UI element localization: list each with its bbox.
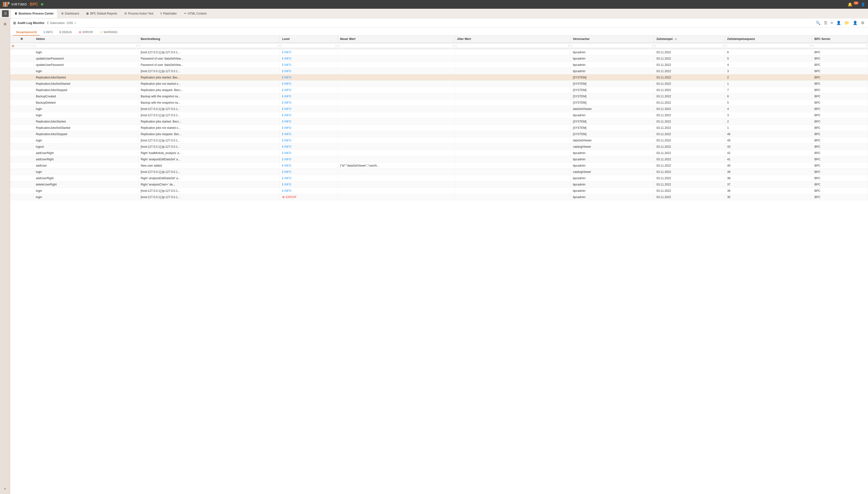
row-cell-seq: 7 — [724, 87, 812, 93]
user-menu-button[interactable]: 👤 — [852, 20, 858, 26]
col-header-beschreibung[interactable]: Beschreibung — [138, 36, 280, 43]
filter-cell-alter-wert[interactable] — [455, 43, 570, 49]
filter-cell-beschreibung[interactable] — [138, 43, 280, 49]
table-row[interactable]: login [host:127.0.0.1] [ip:127.0.0.1... … — [10, 106, 868, 112]
row-cell-alter-wert — [455, 182, 570, 188]
table-row[interactable]: login [host:127.0.0.1] [ip:127.0.0.1... … — [10, 137, 868, 144]
tab-dashboard-icon: ⊞ — [61, 12, 63, 15]
table-row[interactable]: ReplicationJobsStarted Replication jobs … — [10, 118, 868, 125]
row-cell-verursacher: bpcadmin — [570, 163, 654, 169]
notifications-icon[interactable]: 🔔 — [848, 2, 852, 7]
table-row[interactable]: login [host:127.0.0.1] [ip:127.0.0.1... … — [10, 169, 868, 175]
filter-cell-level[interactable] — [280, 43, 338, 49]
table-row[interactable]: addUserRight Right 'loadModule_analysis'… — [10, 150, 868, 156]
table-row[interactable]: ReplicationJobsNotStarted Replication jo… — [10, 125, 868, 131]
table-row[interactable]: login [host:127.0.0.1] [ip:127.0.0.1... … — [10, 49, 868, 55]
table-row[interactable]: addUser New user added ℹ INFO {"id":"dat… — [10, 163, 868, 169]
row-cell-alter-wert — [455, 194, 570, 200]
user-avatar[interactable]: 👤 — [861, 2, 865, 6]
filter-cell-seq[interactable] — [724, 43, 812, 49]
row-cell-aktion: addUserRight — [33, 156, 138, 163]
filter-cell-neuer-wert[interactable] — [337, 43, 455, 49]
row-cell-zeitstempel: 03.11.2022 — [654, 99, 724, 106]
col-header-zeitstempelsequenz[interactable]: Zeitstempelsequenz — [724, 36, 812, 43]
tab-dashboard-label: Dashboard — [65, 12, 79, 15]
table-row[interactable]: BackupDeleted Backup with the snapshot n… — [10, 99, 868, 106]
filter-cell-server[interactable] — [812, 43, 868, 49]
row-cell-verursacher: dataSetViewer — [570, 137, 654, 144]
table-row[interactable]: addUserRight Right 'analysisEditDataSet'… — [10, 175, 868, 182]
row-cell-aktion: ReplicationJobsStarted — [33, 118, 138, 125]
filter-cell-zeitstempel[interactable] — [654, 43, 724, 49]
table-row[interactable]: logout [host:127.0.0.1] [ip:127.0.0.1...… — [10, 144, 868, 150]
filter-cell-aktion[interactable] — [33, 43, 138, 49]
row-cell-beschreibung: [host:127.0.0.1] [ip:127.0.0.1... — [138, 188, 280, 194]
row-cell-beschreibung: Right 'analysisChart+' de... — [138, 182, 280, 188]
row-cell-neuer-wert — [337, 62, 455, 68]
table-row[interactable]: login [host:127.0.0.1] [ip:127.0.0.1... … — [10, 68, 868, 74]
filter-input-alter-wert[interactable] — [456, 43, 569, 48]
settings-button[interactable]: ⚙ — [860, 20, 865, 26]
tab-dashboard[interactable]: ⊞ Dashboard — [58, 9, 82, 18]
table-row[interactable]: ReplicationJobsStopped Replication jobs … — [10, 131, 868, 137]
col-header-level[interactable]: Level — [280, 36, 338, 43]
search-button[interactable]: 🔍 — [815, 20, 821, 26]
tab-process-action[interactable]: ⊞ Process Action Test — [121, 9, 157, 18]
row-cell-settings — [10, 137, 33, 144]
filter-input-seq[interactable] — [726, 43, 810, 48]
export-button[interactable]: 📁 — [844, 20, 850, 26]
filter-tab-debug[interactable]: ℹ DEBUG — [57, 29, 75, 36]
table-row[interactable]: addUserRight Right 'analysisEditDataSet'… — [10, 156, 868, 163]
col-header-alter-wert[interactable]: Alter Wert — [455, 36, 570, 43]
col-header-bpc-server[interactable]: BPC Server — [812, 36, 868, 43]
row-cell-verursacher: [SYSTEM] — [570, 74, 654, 81]
filter-input-server[interactable] — [813, 43, 866, 48]
col-header-settings[interactable]: ⚙ — [10, 36, 33, 43]
filter-cell-verursacher[interactable] — [570, 43, 654, 49]
table-row[interactable]: login [host:127.0.0.1] [ip:127.0.0.1... … — [10, 194, 868, 200]
sidebar-collapse-button[interactable]: « — [1, 485, 9, 492]
add-user-button[interactable]: 👤 — [835, 20, 842, 26]
col-header-verursacher[interactable]: Verursacher — [570, 36, 654, 43]
filter-tab-error[interactable]: ⊗ ERROR — [76, 29, 96, 36]
filter-tab-warning[interactable]: ⚠ WARNING — [97, 29, 120, 36]
table-row[interactable]: BackupCreated Backup with the snapshot n… — [10, 93, 868, 99]
table-row[interactable]: login [host:127.0.0.1] [ip:127.0.0.1... … — [10, 188, 868, 194]
filter-input-neuer-wert[interactable] — [339, 43, 453, 48]
tab-html-content[interactable]: ✏ HTML Content — [181, 9, 210, 18]
filter-tab-info[interactable]: ℹ INFO — [41, 29, 56, 36]
filter-input-verursacher[interactable] — [572, 43, 652, 48]
col-header-zeitstempel[interactable]: Zeitstempel ↓ 1 — [654, 36, 724, 43]
table-row[interactable]: updateUserPassword Password of user 'dat… — [10, 62, 868, 68]
row-cell-level: ℹ INFO — [280, 169, 338, 175]
table-row[interactable]: ReplicationJobsNotStarted Replication jo… — [10, 81, 868, 87]
filter-input-beschreibung[interactable] — [140, 43, 278, 48]
row-cell-server: BPC — [812, 74, 868, 81]
level-icon: ℹ — [282, 69, 283, 73]
table-row[interactable]: login [host:127.0.0.1] [ip:127.0.0.1... … — [10, 112, 868, 118]
row-cell-neuer-wert — [337, 144, 455, 150]
table-row[interactable]: updateUserPassword Password of user 'dat… — [10, 55, 868, 62]
sidebar-toggle-button[interactable]: ☰ — [2, 10, 9, 17]
tab-window-icon: 🖥 — [14, 12, 17, 15]
tab-bpc-reports[interactable]: ▦ BPC Default Reports — [83, 9, 120, 18]
filter-tab-all[interactable]: Gesamtansicht — [13, 29, 40, 36]
row-cell-server: BPC — [812, 194, 868, 200]
tab-platzhalter[interactable]: ℹ Platzhalter — [157, 9, 180, 18]
warning-dot-icon: ⚠ — [100, 30, 103, 34]
table-row[interactable]: ReplicationJobsStopped Replication jobs … — [10, 87, 868, 93]
col-header-neuer-wert[interactable]: Neuer Wert — [337, 36, 455, 43]
row-cell-seq: 1 — [724, 81, 812, 87]
column-chooser-button[interactable]: ≡ — [830, 20, 834, 26]
row-cell-neuer-wert — [337, 137, 455, 144]
audit-log-table-container[interactable]: ⚙ Aktion Beschreibung Level Neuer Wert — [10, 36, 868, 494]
table-row[interactable]: ReplicationJobsStarted Replication jobs … — [10, 74, 868, 81]
filter-input-level[interactable] — [281, 43, 336, 48]
list-view-button[interactable]: ☰ — [823, 20, 828, 26]
filter-input-zeitstempel[interactable] — [656, 43, 723, 48]
col-header-aktion[interactable]: Aktion — [33, 36, 138, 43]
tab-business-process-center[interactable]: 🖥 Business Process Center — [11, 9, 57, 18]
sidebar-home-button[interactable]: ⊞ — [1, 20, 9, 27]
table-row[interactable]: deleteUserRight Right 'analysisChart+' d… — [10, 182, 868, 188]
filter-input-aktion[interactable] — [35, 43, 137, 48]
